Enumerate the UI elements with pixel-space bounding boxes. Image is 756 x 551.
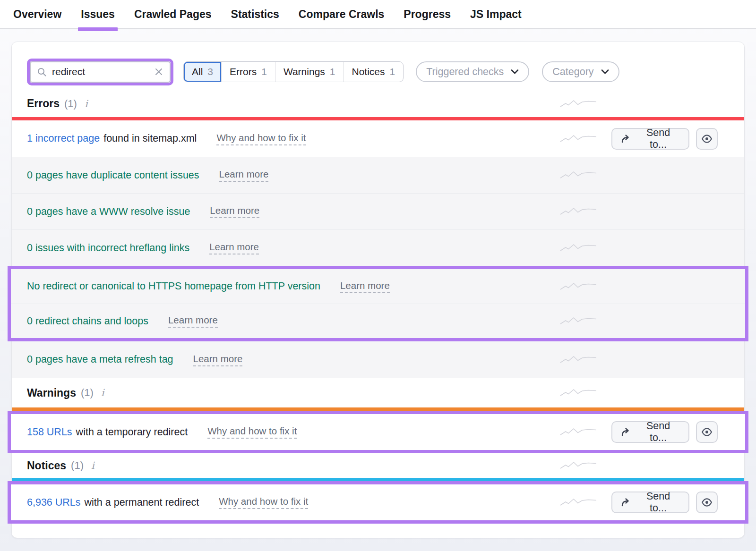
issue-text: 0 issues with incorrect hreflang links (27, 242, 189, 254)
issue-row-meta-refresh: 0 pages have a meta refresh tag Learn mo… (12, 341, 744, 378)
filter-warnings-count: 1 (330, 66, 335, 77)
tab-js-impact[interactable]: JS Impact (469, 0, 523, 28)
issue-row-duplicate-content: 0 pages have duplicate content issues Le… (12, 157, 744, 193)
share-arrow-icon (621, 498, 631, 507)
issue-text: 158 URLs with a temporary redirect (27, 426, 188, 438)
issue-text: 1 incorrect page found in sitemap.xml (27, 133, 197, 144)
issue-count-link[interactable]: 6,936 URLs (27, 497, 81, 509)
learn-more-link[interactable]: Learn more (219, 169, 269, 182)
trend-sparkline (559, 98, 597, 110)
tab-crawled-pages[interactable]: Crawled Pages (133, 0, 213, 28)
annotation-box-search (27, 59, 173, 85)
search-icon (37, 67, 47, 77)
trend-sparkline (559, 460, 597, 471)
top-navigation: Overview Issues Crawled Pages Statistics… (0, 0, 756, 29)
category-dropdown[interactable]: Category (542, 61, 619, 82)
info-icon[interactable]: i (101, 387, 104, 398)
trend-sparkline (559, 133, 597, 144)
send-to-button[interactable]: Send to... (611, 492, 689, 513)
issue-count-link[interactable]: 1 incorrect page (27, 133, 100, 144)
chevron-down-icon (511, 69, 519, 75)
view-button[interactable] (696, 128, 718, 150)
learn-more-link[interactable]: Learn more (168, 314, 218, 328)
eye-icon (701, 497, 713, 508)
trend-sparkline (559, 242, 597, 254)
search-box (30, 61, 171, 83)
clear-search-icon[interactable] (154, 67, 164, 77)
notices-title: Notices (27, 459, 66, 472)
filter-warnings[interactable]: Warnings 1 (275, 62, 344, 82)
issue-text: 0 pages have a WWW resolve issue (27, 206, 190, 218)
why-how-to-fix-link[interactable]: Why and how to fix it (219, 496, 308, 509)
severity-filter-tabs: All 3 Errors 1 Warnings 1 Notices 1 (183, 61, 404, 82)
learn-more-link[interactable]: Learn more (209, 241, 259, 254)
filter-notices-count: 1 (390, 66, 395, 77)
why-how-to-fix-link[interactable]: Why and how to fix it (216, 132, 306, 145)
issues-panel: All 3 Errors 1 Warnings 1 Notices 1 Trig… (11, 42, 745, 538)
trend-sparkline (559, 354, 597, 365)
learn-more-link[interactable]: Learn more (210, 205, 259, 218)
view-button[interactable] (696, 492, 718, 513)
issue-text: 6,936 URLs with a permanent redirect (27, 497, 199, 509)
why-how-to-fix-link[interactable]: Why and how to fix it (207, 425, 297, 439)
trend-sparkline (559, 426, 597, 438)
errors-severity-bar (12, 117, 744, 120)
eye-icon (701, 133, 713, 144)
annotation-box-redirect-rows: No redirect or canonical to HTTPS homepa… (8, 266, 748, 341)
issue-row-incorrect-sitemap: 1 incorrect page found in sitemap.xml Wh… (12, 120, 744, 157)
share-arrow-icon (621, 427, 631, 437)
trend-sparkline (559, 315, 597, 327)
filter-errors[interactable]: Errors 1 (221, 62, 275, 82)
search-input[interactable] (52, 66, 154, 77)
info-icon[interactable]: i (85, 98, 88, 110)
issue-text: 0 pages have a meta refresh tag (27, 354, 173, 365)
tab-issues[interactable]: Issues (80, 0, 116, 28)
issue-row-permanent-redirect: 6,936 URLs with a permanent redirect Why… (11, 484, 745, 520)
view-button[interactable] (696, 421, 718, 443)
filter-all[interactable]: All 3 (184, 62, 221, 82)
filter-all-count: 3 (207, 66, 213, 77)
warnings-title: Warnings (27, 387, 76, 399)
annotation-box-notice-row: 6,936 URLs with a permanent redirect Why… (8, 481, 748, 524)
issue-row-temporary-redirect: 158 URLs with a temporary redirect Why a… (11, 414, 745, 450)
issue-row-www-resolve: 0 pages have a WWW resolve issue Learn m… (12, 193, 744, 229)
issue-count-link[interactable]: 158 URLs (27, 426, 72, 438)
warnings-severity-bar (12, 407, 744, 411)
issue-row-redirect-chains: 0 redirect chains and loops Learn more (11, 304, 745, 338)
notices-severity-bar (12, 478, 744, 481)
tab-compare-crawls[interactable]: Compare Crawls (298, 0, 386, 28)
triggered-checks-dropdown[interactable]: Triggered checks (416, 61, 529, 82)
trend-sparkline (559, 387, 597, 398)
issue-text: 0 redirect chains and loops (27, 315, 148, 327)
notices-count: (1) (71, 459, 84, 472)
card-bottom-padding (12, 524, 744, 538)
warnings-count: (1) (81, 387, 94, 399)
send-to-button[interactable]: Send to... (611, 421, 689, 443)
issue-row-https-redirect: No redirect or canonical to HTTPS homepa… (11, 269, 745, 304)
learn-more-link[interactable]: Learn more (193, 353, 243, 366)
notices-section-header: Notices (1) i (12, 453, 744, 478)
tab-progress[interactable]: Progress (403, 0, 452, 28)
tab-overview[interactable]: Overview (12, 0, 62, 28)
filter-errors-count: 1 (261, 66, 267, 77)
errors-count: (1) (64, 98, 77, 110)
eye-icon (701, 426, 713, 438)
issue-text: No redirect or canonical to HTTPS homepa… (27, 280, 320, 292)
issue-text: 0 pages have duplicate content issues (27, 170, 199, 181)
active-tab-underline (78, 27, 118, 31)
chevron-down-icon (601, 69, 609, 75)
errors-title: Errors (27, 97, 60, 110)
trend-sparkline (559, 206, 597, 217)
share-arrow-icon (621, 134, 631, 144)
issue-row-hreflang: 0 issues with incorrect hreflang links L… (12, 229, 744, 266)
trend-sparkline (559, 281, 597, 292)
filters-toolbar: All 3 Errors 1 Warnings 1 Notices 1 Trig… (12, 42, 744, 90)
warnings-section-header: Warnings (1) i (12, 378, 744, 407)
filter-notices[interactable]: Notices 1 (344, 62, 404, 82)
send-to-button[interactable]: Send to... (611, 128, 689, 150)
info-icon[interactable]: i (91, 460, 94, 471)
annotation-box-warning-row: 158 URLs with a temporary redirect Why a… (8, 411, 748, 453)
trend-sparkline (559, 170, 597, 181)
tab-statistics[interactable]: Statistics (230, 0, 280, 28)
learn-more-link[interactable]: Learn more (340, 280, 390, 293)
